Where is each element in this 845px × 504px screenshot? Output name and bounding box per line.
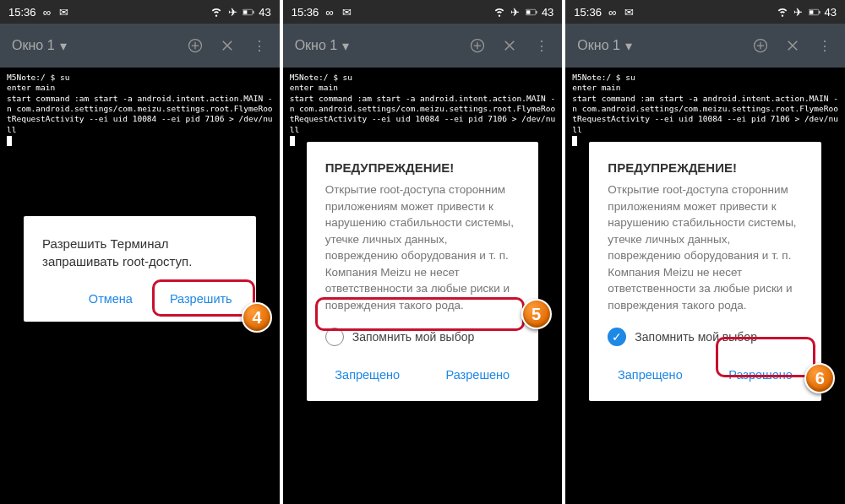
warning-dialog: ПРЕДУПРЕЖДЕНИЕ! Открытие root-доступа ст… (589, 142, 821, 401)
battery-icon (809, 6, 820, 18)
svg-rect-5 (526, 10, 530, 14)
infinity-icon: ∞ (324, 6, 335, 18)
airplane-icon: ✈ (793, 6, 804, 18)
checkbox-checked-icon[interactable]: ✓ (608, 328, 626, 346)
status-bar: 15:36 ∞ ✉ ✈ 43 (0, 0, 280, 24)
battery-percent: 43 (825, 6, 837, 19)
clock: 15:36 (8, 6, 36, 19)
add-tab-icon[interactable] (187, 37, 204, 54)
menu-icon[interactable]: ⋮ (251, 37, 268, 54)
dialog-title: ПРЕДУПРЕЖДЕНИЕ! (608, 160, 803, 175)
infinity-icon: ∞ (41, 6, 53, 18)
status-bar: 15:36 ∞ ✉ ✈ 43 (565, 0, 845, 24)
airplane-icon: ✈ (226, 6, 238, 18)
battery-icon (243, 6, 254, 18)
infinity-icon: ∞ (607, 6, 619, 18)
svg-rect-6 (536, 10, 537, 13)
dropdown-icon: ▾ (342, 38, 349, 54)
close-tab-icon[interactable] (219, 37, 236, 54)
cursor (290, 136, 295, 146)
terminal-output: M5Note:/ $ su enter main start command :… (0, 68, 280, 151)
wifi-icon (493, 6, 505, 18)
dropdown-icon: ▾ (60, 38, 67, 54)
tab-selector[interactable]: Окно 1 ▾ (295, 38, 455, 54)
terminal-toolbar: Окно 1 ▾ ⋮ (565, 24, 845, 68)
clock: 15:36 (574, 6, 602, 19)
message-icon: ✉ (341, 6, 352, 18)
add-tab-icon[interactable] (752, 37, 769, 54)
close-tab-icon[interactable] (784, 37, 801, 54)
wifi-icon (210, 6, 222, 18)
allow-button[interactable]: Разрешено (718, 360, 803, 391)
message-icon: ✉ (58, 6, 70, 18)
svg-rect-9 (810, 10, 813, 14)
deny-button[interactable]: Запрещено (325, 360, 410, 391)
remember-choice-row[interactable]: Запомнить мой выбор (325, 328, 521, 346)
remember-label: Запомнить мой выбор (352, 330, 475, 344)
svg-rect-1 (243, 10, 247, 14)
wifi-icon (777, 6, 788, 18)
menu-icon[interactable]: ⋮ (533, 37, 550, 54)
phone-screen-3: 15:36 ∞ ✉ ✈ 43 Окно 1 ▾ ⋮ M5Note:/ $ su … (565, 0, 845, 504)
dialog-body: Открытие root-доступа сторонним приложен… (325, 182, 521, 314)
allow-button[interactable]: Разрешить (165, 284, 237, 315)
terminal-output: M5Note:/ $ su enter main start command :… (565, 68, 845, 151)
terminal-toolbar: Окно 1 ▾ ⋮ (283, 24, 563, 68)
close-tab-icon[interactable] (501, 37, 518, 54)
remember-label: Запомнить мой выбор (635, 330, 757, 344)
deny-button[interactable]: Запрещено (608, 360, 692, 391)
battery-percent: 43 (542, 6, 553, 19)
battery-percent: 43 (259, 6, 270, 19)
dialog-body: Открытие root-доступа сторонним приложен… (608, 182, 803, 314)
svg-rect-10 (819, 10, 820, 13)
clock: 15:36 (292, 6, 319, 19)
dropdown-icon: ▾ (625, 38, 632, 54)
checkbox-empty-icon[interactable] (325, 328, 344, 346)
message-icon: ✉ (624, 6, 635, 18)
menu-icon[interactable]: ⋮ (816, 37, 833, 54)
phone-screen-1: 15:36 ∞ ✉ ✈ 43 Окно 1 ▾ ⋮ M5Note:/ $ su … (0, 0, 280, 504)
cancel-button[interactable]: Отмена (77, 284, 144, 315)
phone-screen-2: 15:36 ∞ ✉ ✈ 43 Окно 1 ▾ ⋮ M5Note:/ $ su … (283, 0, 563, 504)
tab-selector[interactable]: Окно 1 ▾ (577, 38, 737, 54)
battery-icon (526, 6, 537, 18)
remember-choice-row[interactable]: ✓ Запомнить мой выбор (608, 328, 803, 346)
allow-button[interactable]: Разрешено (435, 360, 520, 391)
cursor (7, 136, 12, 146)
terminal-toolbar: Окно 1 ▾ ⋮ (0, 24, 280, 68)
status-bar: 15:36 ∞ ✉ ✈ 43 (283, 0, 563, 24)
tab-selector[interactable]: Окно 1 ▾ (12, 38, 172, 54)
dialog-body: Разрешить Терминал запрашивать root-дост… (42, 235, 237, 270)
terminal-output: M5Note:/ $ su enter main start command :… (283, 68, 563, 151)
airplane-icon: ✈ (510, 6, 521, 18)
dialog-title: ПРЕДУПРЕЖДЕНИЕ! (325, 160, 521, 175)
root-request-dialog: Разрешить Терминал запрашивать root-дост… (24, 216, 256, 322)
add-tab-icon[interactable] (469, 37, 486, 54)
warning-dialog: ПРЕДУПРЕЖДЕНИЕ! Открытие root-доступа ст… (307, 142, 539, 401)
cursor (572, 136, 577, 146)
svg-rect-2 (254, 10, 254, 13)
